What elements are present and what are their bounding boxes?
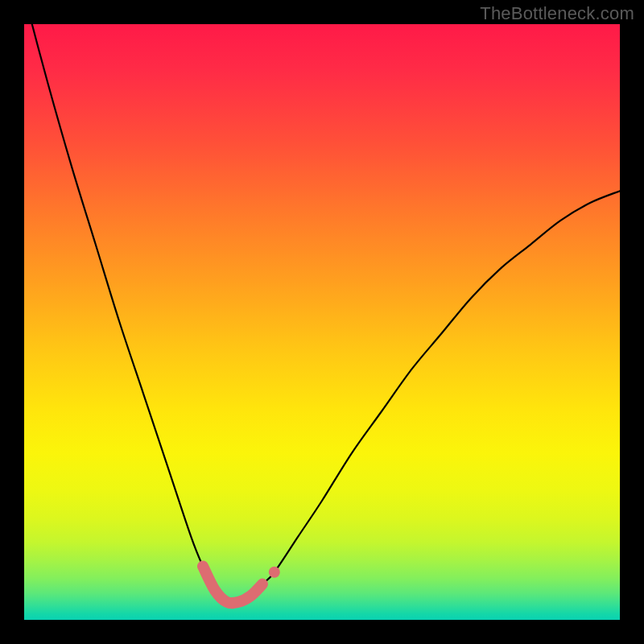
bottleneck-curve: [24, 24, 620, 620]
plot-area: [24, 24, 620, 620]
marker-dot: [269, 567, 280, 578]
optimal-range-highlight: [203, 566, 262, 603]
watermark-text: TheBottleneck.com: [480, 3, 634, 24]
chart-frame: TheBottleneck.com: [0, 0, 644, 644]
performance-curve: [24, 24, 620, 603]
